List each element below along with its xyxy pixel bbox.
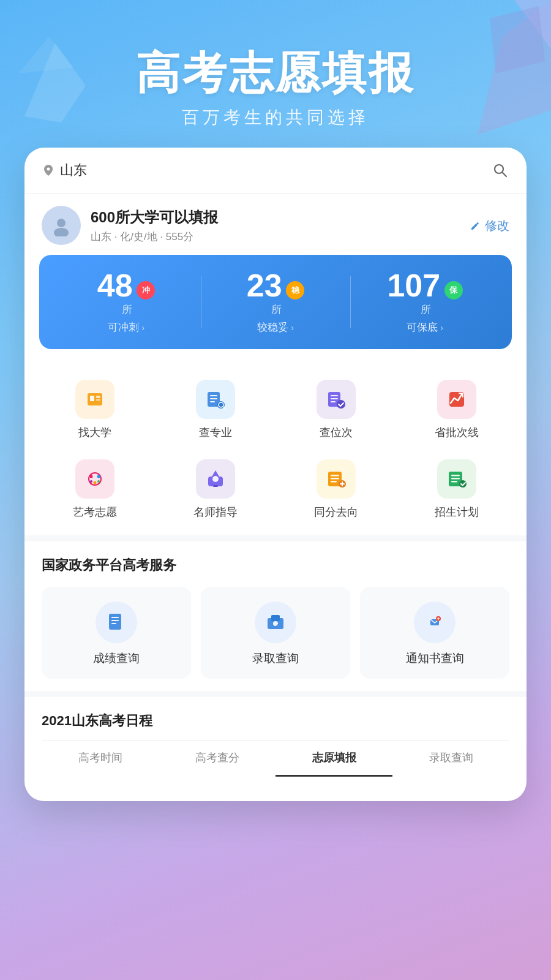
menu-label-find-uni: 找大学 xyxy=(78,425,111,440)
menu-label-teacher: 名师指导 xyxy=(193,505,238,519)
svg-point-6 xyxy=(47,168,50,171)
svg-point-10 xyxy=(54,228,69,236)
same-score-icon xyxy=(317,459,356,499)
gov-label-notice: 通知书查询 xyxy=(406,650,464,666)
stats-banner: 48 冲 所 可冲刺 › 23 稳 所 较稳妥 › 107 xyxy=(39,255,512,349)
location-display[interactable]: 山东 xyxy=(42,161,87,179)
badge-safe: 保 xyxy=(444,281,463,300)
menu-label-art: 艺考志愿 xyxy=(73,505,117,519)
menu-grid: 找大学 查专业 xyxy=(24,364,527,535)
notice-query-icon xyxy=(414,601,455,643)
menu-item-enrollment[interactable]: 招生计划 xyxy=(396,450,517,529)
menu-label-enrollment: 招生计划 xyxy=(435,505,479,519)
edit-icon xyxy=(470,220,481,231)
arrow-right-icon-3: › xyxy=(440,323,443,333)
hero-subtitle: 百万考生的共同选择 xyxy=(0,106,551,129)
svg-rect-50 xyxy=(111,617,119,618)
svg-rect-13 xyxy=(96,396,100,398)
hero-title: 高考志愿填报 xyxy=(0,49,551,97)
score-query-icon xyxy=(96,601,137,643)
schedule-tabs: 高考时间 高考查分 志原填报 录取查询 xyxy=(42,740,509,777)
find-rank-icon xyxy=(317,380,356,419)
svg-point-37 xyxy=(212,476,219,482)
svg-rect-12 xyxy=(90,396,94,401)
svg-point-48 xyxy=(459,480,467,488)
svg-rect-18 xyxy=(210,401,215,402)
badge-rush: 冲 xyxy=(137,281,155,300)
svg-rect-25 xyxy=(331,401,335,402)
user-tags: 山东 · 化/史/地 · 555分 xyxy=(91,230,218,244)
province-icon xyxy=(437,380,476,419)
section-divider-2 xyxy=(24,691,527,697)
svg-point-30 xyxy=(89,475,92,478)
svg-line-8 xyxy=(503,173,507,177)
tab-score-check[interactable]: 高考查分 xyxy=(159,741,276,777)
svg-point-31 xyxy=(97,475,100,478)
menu-item-find-uni[interactable]: 找大学 xyxy=(34,370,155,450)
svg-rect-23 xyxy=(331,395,338,396)
user-avatar xyxy=(42,206,81,245)
menu-item-same-score[interactable]: 同分去向 xyxy=(276,450,396,529)
gov-label-admission: 录取查询 xyxy=(252,650,299,666)
gov-card-score[interactable]: 成绩查询 xyxy=(42,587,191,679)
svg-point-32 xyxy=(93,481,96,484)
stat-number-safe: 107 保 xyxy=(350,270,500,301)
stat-item-rush[interactable]: 48 冲 所 可冲刺 › xyxy=(51,270,201,334)
menu-item-find-major[interactable]: 查专业 xyxy=(155,370,276,450)
user-text-block: 600所大学可以填报 山东 · 化/史/地 · 555分 xyxy=(91,208,218,244)
gov-card-notice[interactable]: 通知书查询 xyxy=(360,587,509,679)
tab-volunteer-fill[interactable]: 志原填报 xyxy=(276,741,392,777)
location-pin-icon xyxy=(42,164,55,177)
stat-label-rush: 可冲刺 › xyxy=(51,320,201,334)
svg-point-33 xyxy=(90,480,92,483)
enrollment-icon xyxy=(437,459,476,499)
svg-rect-16 xyxy=(210,395,217,396)
stat-number-stable: 23 稳 xyxy=(201,270,350,301)
badge-stable: 稳 xyxy=(286,281,304,300)
svg-marker-36 xyxy=(212,470,219,477)
tab-admission-check[interactable]: 录取查询 xyxy=(392,741,509,777)
arrow-right-icon: › xyxy=(141,323,144,333)
svg-rect-45 xyxy=(451,475,460,477)
stat-item-safe[interactable]: 107 保 所 可保底 › xyxy=(350,270,500,334)
user-left: 600所大学可以填报 山东 · 化/史/地 · 555分 xyxy=(42,206,218,245)
svg-point-34 xyxy=(97,480,100,483)
teacher-icon xyxy=(196,459,235,499)
svg-rect-42 xyxy=(331,481,337,483)
hero-section: 高考志愿填报 百万考生的共同选择 xyxy=(0,0,551,148)
menu-item-art[interactable]: 艺考志愿 xyxy=(34,450,155,529)
edit-label: 修改 xyxy=(485,217,509,234)
menu-label-same-score: 同分去向 xyxy=(314,505,358,519)
stat-item-stable[interactable]: 23 稳 所 较稳妥 › xyxy=(201,270,350,334)
main-card: 山东 600所大学可以填报 山东 · 化/史/地 · 555分 xyxy=(24,148,527,801)
edit-button[interactable]: 修改 xyxy=(470,217,509,234)
find-uni-icon xyxy=(75,380,114,419)
svg-rect-52 xyxy=(111,623,116,624)
svg-rect-51 xyxy=(111,620,119,621)
svg-line-21 xyxy=(223,407,225,409)
svg-rect-11 xyxy=(88,393,102,405)
tab-exam-time[interactable]: 高考时间 xyxy=(42,741,159,777)
stat-label-safe: 可保底 › xyxy=(350,320,500,334)
menu-label-province: 省批次线 xyxy=(435,425,479,440)
art-icon xyxy=(75,459,114,499)
svg-rect-41 xyxy=(331,478,339,480)
svg-rect-54 xyxy=(271,615,280,621)
menu-label-find-rank: 查位次 xyxy=(320,425,353,440)
svg-rect-40 xyxy=(331,475,339,477)
svg-rect-17 xyxy=(210,398,217,399)
menu-item-teacher[interactable]: 名师指导 xyxy=(155,450,276,529)
svg-rect-38 xyxy=(213,485,218,487)
schedule-title: 2021山东高考日程 xyxy=(42,712,509,730)
gov-cards: 成绩查询 录取查询 xyxy=(42,587,509,679)
location-text: 山东 xyxy=(60,161,87,179)
search-bar: 山东 xyxy=(24,148,527,194)
gov-card-admission[interactable]: 录取查询 xyxy=(201,587,350,679)
menu-item-province[interactable]: 省批次线 xyxy=(396,370,517,450)
search-button[interactable] xyxy=(491,161,509,179)
admission-query-icon xyxy=(255,601,296,643)
menu-item-find-rank[interactable]: 查位次 xyxy=(276,370,396,450)
svg-rect-47 xyxy=(451,481,457,483)
menu-label-find-major: 查专业 xyxy=(199,425,232,440)
svg-rect-14 xyxy=(96,399,100,401)
